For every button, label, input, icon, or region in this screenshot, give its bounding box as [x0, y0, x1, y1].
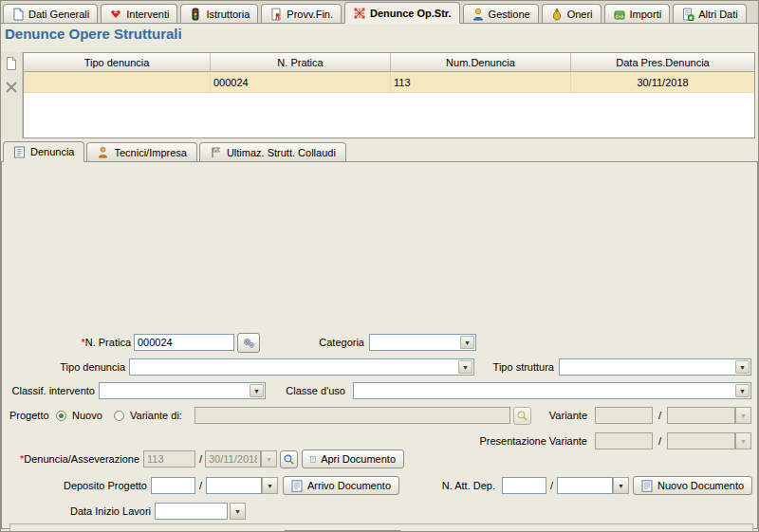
column-header-n-pratica[interactable]: N. Pratica — [211, 53, 391, 72]
chevron-down-icon[interactable]: ▼ — [250, 384, 264, 397]
radio-checked-icon — [56, 411, 66, 421]
hands-icon — [109, 8, 122, 21]
delete-record-button[interactable] — [4, 79, 20, 95]
denuncia-form-panel: *N. Pratica Categoria ▼ Tipo denuncia ▼ … — [1, 162, 758, 529]
tab-label: Importi — [630, 9, 662, 20]
denuncia-date-input[interactable] — [205, 450, 261, 468]
chevron-down-icon[interactable]: ▼ — [735, 384, 750, 397]
categoria-select[interactable]: ▼ — [369, 334, 476, 351]
nuovo-documento-button[interactable]: Nuovo Documento — [633, 476, 752, 495]
variante-di-search-button[interactable] — [513, 407, 531, 425]
arrivo-documento-button[interactable]: Arrivo Documento — [283, 476, 399, 495]
variante-date-dropdown[interactable]: ▼ — [735, 407, 751, 424]
presentazione-variante-date-input[interactable] — [667, 432, 735, 449]
data-inizio-lavori-dropdown[interactable]: ▼ — [230, 503, 246, 520]
cell-data-pres-denuncia: 30/11/2018 — [571, 72, 754, 92]
tab-label: Gestione — [489, 9, 530, 20]
record-toolbar — [1, 52, 23, 139]
flag-icon — [210, 146, 222, 158]
n-att-dep-date-dropdown[interactable]: ▼ — [613, 477, 629, 494]
tab-interventi[interactable]: Interventi — [101, 4, 177, 23]
data-inizio-lavori-label: Data Inizio Lavori — [59, 503, 151, 520]
tipo-denuncia-label: Tipo denuncia — [9, 358, 125, 376]
grid-header: Tipo denuncia N. Pratica Num.Denuncia Da… — [24, 53, 754, 72]
tab-label: Dati Generali — [28, 9, 89, 20]
table-row[interactable]: 000024 113 30/11/2018 — [24, 72, 754, 93]
tab-provv-fin[interactable]: Provv.Fin. — [261, 4, 342, 23]
tab-label: Denunce Op.Str. — [370, 8, 452, 19]
cell-n-pratica: 000024 — [211, 72, 391, 92]
tab-oneri[interactable]: Oneri — [542, 4, 602, 23]
classe-duso-label: Classe d'uso — [277, 382, 345, 399]
tab-denuncia[interactable]: Denuncia — [3, 141, 84, 162]
tab-denunce-op-str[interactable]: Denunce Op.Str. — [344, 2, 460, 24]
worker-icon — [97, 146, 109, 158]
deposito-progetto-num-input[interactable] — [151, 477, 195, 494]
apri-documento-button[interactable]: Apri Documento — [302, 449, 404, 468]
denunce-opere-strutturali-window: { "tabs": [ { "label": "Dati Generali" }… — [0, 0, 759, 532]
denuncia-date-dropdown[interactable]: ▼ — [261, 450, 277, 468]
separator: / — [658, 432, 661, 449]
separator: / — [658, 407, 661, 424]
gear-icon — [242, 336, 256, 350]
button-label: Arrivo Documento — [307, 480, 391, 491]
tab-label: Tecnici/Impresa — [114, 147, 186, 158]
document-icon — [291, 480, 303, 492]
n-att-dep-num-input[interactable] — [502, 477, 546, 494]
tipo-struttura-select[interactable]: ▼ — [559, 358, 751, 376]
button-label: Apri Documento — [321, 453, 396, 465]
radio-unchecked-icon — [114, 411, 124, 421]
separator: / — [199, 477, 202, 494]
tab-importi[interactable]: Importi — [604, 4, 671, 23]
data-inizio-lavori-input[interactable] — [155, 503, 228, 520]
chevron-down-icon[interactable]: ▼ — [460, 336, 474, 349]
column-header-data-pres-denuncia[interactable]: Data Pres.Denuncia — [571, 53, 754, 72]
deposito-progetto-date-dropdown[interactable]: ▼ — [262, 477, 278, 494]
variante-di-input[interactable] — [194, 407, 510, 424]
tab-label: Provv.Fin. — [287, 9, 333, 20]
deposito-progetto-date-input[interactable] — [206, 477, 262, 494]
presentazione-variante-date-dropdown[interactable]: ▼ — [735, 432, 751, 449]
progetto-variante-radio[interactable]: Variante di: — [114, 407, 182, 424]
variante-date-input[interactable] — [667, 407, 735, 424]
tipo-denuncia-select[interactable]: ▼ — [129, 358, 474, 376]
new-record-button[interactable] — [4, 55, 20, 71]
n-pratica-input[interactable] — [134, 334, 234, 351]
search-icon — [516, 410, 528, 422]
denuncia-search-button[interactable] — [280, 450, 298, 468]
column-header-num-denuncia[interactable]: Num.Denuncia — [391, 53, 571, 72]
progetto-nuovo-radio[interactable]: Nuovo — [56, 407, 102, 424]
classif-intervento-label: Classif. intervento — [9, 382, 95, 399]
cell-num-denuncia: 113 — [391, 72, 571, 92]
denuncia-asseverazione-label: *Denuncia/Asseverazione — [9, 450, 139, 468]
chevron-down-icon[interactable]: ▼ — [458, 360, 472, 374]
document-add-icon — [681, 8, 694, 21]
tab-tecnici-impresa[interactable]: Tecnici/Impresa — [86, 142, 196, 161]
money-bag-icon — [550, 8, 564, 21]
tab-dati-generali[interactable]: Dati Generali — [3, 4, 98, 23]
tipo-struttura-label: Tipo struttura — [481, 358, 554, 376]
tab-label: Interventi — [126, 9, 169, 20]
column-header-tipo-denuncia[interactable]: Tipo denuncia — [24, 53, 211, 72]
document-icon — [11, 8, 25, 21]
new-document-icon — [4, 56, 19, 71]
classe-duso-select[interactable]: ▼ — [353, 382, 751, 399]
document-lines-icon — [13, 146, 26, 158]
classif-intervento-select[interactable]: ▼ — [99, 382, 266, 399]
tab-label: Altri Dati — [698, 9, 738, 20]
presentazione-variante-num-input[interactable] — [595, 432, 653, 449]
search-icon — [283, 453, 295, 466]
denuncia-num-input[interactable] — [143, 450, 195, 468]
banknotes-icon — [613, 8, 626, 21]
tab-gestione[interactable]: Gestione — [463, 4, 539, 23]
denunce-grid: Tipo denuncia N. Pratica Num.Denuncia Da… — [23, 52, 755, 138]
tab-ultimaz-strutt-collaudi[interactable]: Ultimaz. Strutt. Collaudi — [199, 142, 346, 161]
n-pratica-tools-button[interactable] — [237, 333, 260, 353]
n-att-dep-date-input[interactable] — [557, 477, 613, 494]
variante-num-input[interactable] — [595, 407, 653, 424]
tab-altri-dati[interactable]: Altri Dati — [673, 4, 747, 23]
chevron-down-icon[interactable]: ▼ — [735, 360, 750, 374]
tab-istruttoria[interactable]: Istruttoria — [180, 4, 258, 23]
separator: / — [199, 450, 202, 468]
network-icon — [353, 7, 366, 20]
